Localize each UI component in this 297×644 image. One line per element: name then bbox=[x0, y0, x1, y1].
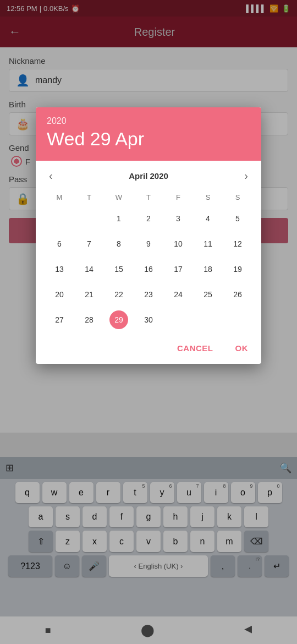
calendar-day[interactable]: 29 bbox=[104, 307, 134, 332]
calendar-day bbox=[163, 307, 193, 332]
calendar-body: ‹ April 2020 › MTWTFSS 12345678910111213… bbox=[36, 161, 261, 335]
calendar-day[interactable]: 20 bbox=[45, 282, 74, 307]
calendar-day bbox=[193, 307, 223, 332]
calendar-day[interactable]: 22 bbox=[104, 282, 134, 307]
calendar-day[interactable]: 2 bbox=[134, 206, 163, 231]
calendar-day[interactable]: 16 bbox=[134, 256, 163, 282]
calendar-day[interactable]: 26 bbox=[223, 282, 252, 307]
calendar-day[interactable]: 6 bbox=[45, 231, 74, 256]
prev-month-button[interactable]: ‹ bbox=[45, 167, 57, 184]
calendar-day[interactable]: 15 bbox=[104, 256, 134, 282]
calendar-day[interactable]: 10 bbox=[163, 231, 193, 256]
calendar-day[interactable]: 9 bbox=[134, 231, 163, 256]
calendar-week-row: 20212223242526 bbox=[45, 282, 252, 307]
cancel-button[interactable]: CANCEL bbox=[173, 341, 218, 355]
calendar-day[interactable]: 13 bbox=[45, 256, 74, 282]
weekday-header: W bbox=[104, 191, 134, 206]
dialog-date-display: Wed 29 Apr bbox=[47, 128, 250, 150]
calendar-day[interactable]: 1 bbox=[104, 206, 134, 231]
date-picker-dialog: 2020 Wed 29 Apr ‹ April 2020 › MTWTFSS 1… bbox=[36, 107, 261, 364]
month-year-label: April 2020 bbox=[129, 171, 168, 181]
calendar-day[interactable]: 25 bbox=[193, 282, 223, 307]
weekdays-row: MTWTFSS bbox=[45, 191, 252, 206]
dialog-year: 2020 bbox=[47, 116, 250, 126]
calendar-week-row: 6789101112 bbox=[45, 231, 252, 256]
calendar-day[interactable]: 17 bbox=[163, 256, 193, 282]
calendar-day[interactable]: 5 bbox=[223, 206, 252, 231]
calendar-day[interactable]: 18 bbox=[193, 256, 223, 282]
calendar-nav: ‹ April 2020 › bbox=[45, 167, 252, 184]
calendar-day bbox=[74, 206, 104, 231]
calendar-day bbox=[45, 206, 74, 231]
weekday-header: S bbox=[223, 191, 252, 206]
ok-button[interactable]: OK bbox=[231, 341, 253, 355]
calendar-weeks: 1234567891011121314151617181920212223242… bbox=[45, 206, 252, 332]
calendar-day bbox=[223, 307, 252, 332]
calendar-day[interactable]: 21 bbox=[74, 282, 104, 307]
calendar-day[interactable]: 3 bbox=[163, 206, 193, 231]
calendar-day[interactable]: 12 bbox=[223, 231, 252, 256]
next-month-button[interactable]: › bbox=[240, 167, 252, 184]
calendar-week-row: 12345 bbox=[45, 206, 252, 231]
calendar-day[interactable]: 23 bbox=[134, 282, 163, 307]
weekday-header: M bbox=[45, 191, 74, 206]
calendar-day[interactable]: 19 bbox=[223, 256, 252, 282]
weekday-header: F bbox=[163, 191, 193, 206]
calendar-day[interactable]: 8 bbox=[104, 231, 134, 256]
calendar-day[interactable]: 7 bbox=[74, 231, 104, 256]
calendar-day[interactable]: 14 bbox=[74, 256, 104, 282]
calendar-day[interactable]: 27 bbox=[45, 307, 74, 332]
calendar-day[interactable]: 28 bbox=[74, 307, 104, 332]
weekday-header: T bbox=[134, 191, 163, 206]
weekday-header: T bbox=[74, 191, 104, 206]
calendar-week-row: 13141516171819 bbox=[45, 256, 252, 282]
calendar-day[interactable]: 11 bbox=[193, 231, 223, 256]
calendar-day[interactable]: 24 bbox=[163, 282, 193, 307]
dialog-actions: CANCEL OK bbox=[36, 335, 261, 364]
calendar-day[interactable]: 4 bbox=[193, 206, 223, 231]
weekday-header: S bbox=[193, 191, 223, 206]
calendar-week-row: 27282930 bbox=[45, 307, 252, 332]
calendar-table: MTWTFSS 12345678910111213141516171819202… bbox=[45, 191, 252, 332]
calendar-day[interactable]: 30 bbox=[134, 307, 163, 332]
dialog-header: 2020 Wed 29 Apr bbox=[36, 107, 261, 161]
